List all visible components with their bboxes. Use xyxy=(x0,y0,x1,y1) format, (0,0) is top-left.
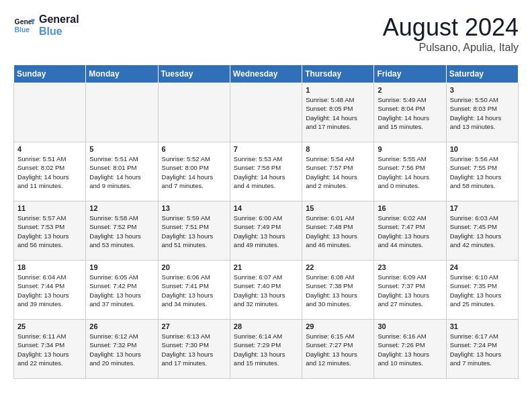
day-number: 10 xyxy=(450,145,515,153)
calendar-week-row: 25Sunrise: 6:11 AM Sunset: 7:34 PM Dayli… xyxy=(14,320,519,379)
day-number: 22 xyxy=(306,263,370,271)
calendar-cell xyxy=(230,83,302,142)
calendar-cell: 11Sunrise: 5:57 AM Sunset: 7:53 PM Dayli… xyxy=(14,201,86,261)
calendar-cell: 22Sunrise: 6:08 AM Sunset: 7:38 PM Dayli… xyxy=(302,261,374,320)
weekday-header-thursday: Thursday xyxy=(302,65,374,83)
calendar-cell: 23Sunrise: 6:09 AM Sunset: 7:37 PM Dayli… xyxy=(374,261,446,320)
calendar-subtitle: Pulsano, Apulia, Italy xyxy=(383,42,519,54)
calendar-cell: 4Sunrise: 5:51 AM Sunset: 8:02 PM Daylig… xyxy=(14,142,86,201)
day-number: 25 xyxy=(17,322,82,330)
day-info: Sunrise: 6:10 AM Sunset: 7:35 PM Dayligh… xyxy=(450,273,515,308)
day-number: 19 xyxy=(89,263,154,271)
day-info: Sunrise: 5:53 AM Sunset: 7:58 PM Dayligh… xyxy=(234,154,298,190)
day-number: 13 xyxy=(162,204,226,212)
day-info: Sunrise: 6:00 AM Sunset: 7:49 PM Dayligh… xyxy=(234,214,298,249)
day-number: 8 xyxy=(306,145,370,153)
page-header: General Blue General Blue August 2024 Pu… xyxy=(13,13,519,54)
calendar-cell: 16Sunrise: 6:02 AM Sunset: 7:47 PM Dayli… xyxy=(374,201,446,261)
day-info: Sunrise: 6:04 AM Sunset: 7:44 PM Dayligh… xyxy=(17,273,82,308)
day-number: 20 xyxy=(162,263,226,271)
day-info: Sunrise: 6:08 AM Sunset: 7:38 PM Dayligh… xyxy=(306,273,370,308)
title-block: August 2024 Pulsano, Apulia, Italy xyxy=(383,13,519,54)
day-info: Sunrise: 6:16 AM Sunset: 7:26 PM Dayligh… xyxy=(378,332,442,367)
calendar-header: SundayMondayTuesdayWednesdayThursdayFrid… xyxy=(14,65,519,83)
day-number: 30 xyxy=(378,322,442,330)
calendar-cell xyxy=(86,83,158,142)
calendar-title: August 2024 xyxy=(383,13,519,42)
day-number: 7 xyxy=(234,145,298,153)
day-info: Sunrise: 5:51 AM Sunset: 8:01 PM Dayligh… xyxy=(89,154,154,190)
weekday-row: SundayMondayTuesdayWednesdayThursdayFrid… xyxy=(14,65,519,83)
day-number: 14 xyxy=(234,204,298,212)
calendar-cell: 19Sunrise: 6:05 AM Sunset: 7:42 PM Dayli… xyxy=(86,261,158,320)
calendar-cell: 30Sunrise: 6:16 AM Sunset: 7:26 PM Dayli… xyxy=(374,320,446,379)
day-info: Sunrise: 5:58 AM Sunset: 7:52 PM Dayligh… xyxy=(89,214,154,249)
logo: General Blue General Blue xyxy=(13,13,79,37)
day-number: 1 xyxy=(306,86,370,94)
day-number: 12 xyxy=(89,204,154,212)
calendar-cell: 27Sunrise: 6:13 AM Sunset: 7:30 PM Dayli… xyxy=(158,320,230,379)
calendar-cell: 21Sunrise: 6:07 AM Sunset: 7:40 PM Dayli… xyxy=(230,261,302,320)
day-info: Sunrise: 5:52 AM Sunset: 8:00 PM Dayligh… xyxy=(162,154,226,190)
calendar-cell: 17Sunrise: 6:03 AM Sunset: 7:45 PM Dayli… xyxy=(446,201,518,261)
calendar-cell: 1Sunrise: 5:48 AM Sunset: 8:05 PM Daylig… xyxy=(302,83,374,142)
day-info: Sunrise: 5:49 AM Sunset: 8:04 PM Dayligh… xyxy=(378,95,442,131)
day-number: 5 xyxy=(89,145,154,153)
calendar-week-row: 11Sunrise: 5:57 AM Sunset: 7:53 PM Dayli… xyxy=(14,201,519,261)
calendar-cell xyxy=(158,83,230,142)
day-number: 23 xyxy=(378,263,442,271)
day-info: Sunrise: 6:09 AM Sunset: 7:37 PM Dayligh… xyxy=(378,273,442,308)
day-info: Sunrise: 5:48 AM Sunset: 8:05 PM Dayligh… xyxy=(306,95,370,131)
day-info: Sunrise: 6:14 AM Sunset: 7:29 PM Dayligh… xyxy=(234,332,298,367)
weekday-header-wednesday: Wednesday xyxy=(230,65,302,83)
calendar-week-row: 4Sunrise: 5:51 AM Sunset: 8:02 PM Daylig… xyxy=(14,142,519,201)
day-info: Sunrise: 6:02 AM Sunset: 7:47 PM Dayligh… xyxy=(378,214,442,249)
day-number: 15 xyxy=(306,204,370,212)
day-info: Sunrise: 5:55 AM Sunset: 7:56 PM Dayligh… xyxy=(378,154,442,190)
day-number: 27 xyxy=(162,322,226,330)
calendar-cell: 9Sunrise: 5:55 AM Sunset: 7:56 PM Daylig… xyxy=(374,142,446,201)
day-number: 31 xyxy=(450,322,515,330)
day-info: Sunrise: 6:06 AM Sunset: 7:41 PM Dayligh… xyxy=(162,273,226,308)
logo-text-blue: Blue xyxy=(39,26,79,38)
day-number: 11 xyxy=(17,204,82,212)
calendar-cell: 29Sunrise: 6:15 AM Sunset: 7:27 PM Dayli… xyxy=(302,320,374,379)
weekday-header-tuesday: Tuesday xyxy=(158,65,230,83)
day-info: Sunrise: 6:05 AM Sunset: 7:42 PM Dayligh… xyxy=(89,273,154,308)
day-info: Sunrise: 5:54 AM Sunset: 7:57 PM Dayligh… xyxy=(306,154,370,190)
day-number: 29 xyxy=(306,322,370,330)
calendar-cell: 3Sunrise: 5:50 AM Sunset: 8:03 PM Daylig… xyxy=(446,83,518,142)
calendar-cell: 24Sunrise: 6:10 AM Sunset: 7:35 PM Dayli… xyxy=(446,261,518,320)
calendar-cell: 10Sunrise: 5:56 AM Sunset: 7:55 PM Dayli… xyxy=(446,142,518,201)
calendar-week-row: 18Sunrise: 6:04 AM Sunset: 7:44 PM Dayli… xyxy=(14,261,519,320)
day-info: Sunrise: 5:57 AM Sunset: 7:53 PM Dayligh… xyxy=(17,214,82,249)
weekday-header-saturday: Saturday xyxy=(446,65,518,83)
calendar-cell: 6Sunrise: 5:52 AM Sunset: 8:00 PM Daylig… xyxy=(158,142,230,201)
calendar-cell: 14Sunrise: 6:00 AM Sunset: 7:49 PM Dayli… xyxy=(230,201,302,261)
calendar-cell: 8Sunrise: 5:54 AM Sunset: 7:57 PM Daylig… xyxy=(302,142,374,201)
day-number: 2 xyxy=(378,86,442,94)
calendar-cell: 28Sunrise: 6:14 AM Sunset: 7:29 PM Dayli… xyxy=(230,320,302,379)
calendar-cell: 18Sunrise: 6:04 AM Sunset: 7:44 PM Dayli… xyxy=(14,261,86,320)
weekday-header-sunday: Sunday xyxy=(14,65,86,83)
day-info: Sunrise: 6:11 AM Sunset: 7:34 PM Dayligh… xyxy=(17,332,82,367)
calendar-cell: 31Sunrise: 6:17 AM Sunset: 7:24 PM Dayli… xyxy=(446,320,518,379)
day-info: Sunrise: 5:56 AM Sunset: 7:55 PM Dayligh… xyxy=(450,154,515,190)
day-info: Sunrise: 6:17 AM Sunset: 7:24 PM Dayligh… xyxy=(450,332,515,367)
day-number: 4 xyxy=(17,145,82,153)
logo-text-general: General xyxy=(39,13,79,26)
day-info: Sunrise: 5:59 AM Sunset: 7:51 PM Dayligh… xyxy=(162,214,226,249)
calendar-cell: 26Sunrise: 6:12 AM Sunset: 7:32 PM Dayli… xyxy=(86,320,158,379)
day-info: Sunrise: 5:50 AM Sunset: 8:03 PM Dayligh… xyxy=(450,95,515,131)
svg-text:Blue: Blue xyxy=(15,26,30,33)
calendar-cell: 13Sunrise: 5:59 AM Sunset: 7:51 PM Dayli… xyxy=(158,201,230,261)
calendar-cell: 15Sunrise: 6:01 AM Sunset: 7:48 PM Dayli… xyxy=(302,201,374,261)
day-number: 18 xyxy=(17,263,82,271)
day-number: 21 xyxy=(234,263,298,271)
day-info: Sunrise: 6:03 AM Sunset: 7:45 PM Dayligh… xyxy=(450,214,515,249)
day-number: 26 xyxy=(89,322,154,330)
day-info: Sunrise: 6:12 AM Sunset: 7:32 PM Dayligh… xyxy=(89,332,154,367)
calendar-week-row: 1Sunrise: 5:48 AM Sunset: 8:05 PM Daylig… xyxy=(14,83,519,142)
day-number: 24 xyxy=(450,263,515,271)
day-info: Sunrise: 6:07 AM Sunset: 7:40 PM Dayligh… xyxy=(234,273,298,308)
